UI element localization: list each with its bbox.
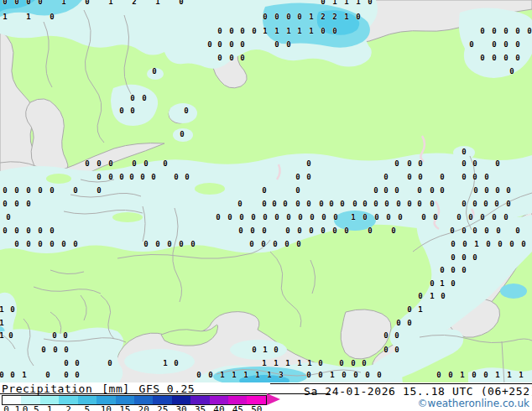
- precip-value-marker: 0: [238, 226, 243, 235]
- precip-value-marker: 0: [129, 173, 133, 181]
- precip-value-marker: 0: [274, 346, 278, 354]
- precip-value-marker: 0: [462, 200, 466, 208]
- precip-value-marker: 0: [441, 292, 445, 300]
- precip-value-marker: 0: [351, 359, 355, 367]
- precip-value-marker: 0: [480, 213, 484, 221]
- precip-value-marker: 0: [451, 253, 455, 262]
- precip-value-marker: 0: [486, 240, 490, 248]
- precip-value-marker: 0: [383, 346, 388, 354]
- legend-step-label: 0.5: [23, 404, 39, 411]
- precip-value-marker: 0: [503, 40, 508, 49]
- precip-value-marker: 0: [418, 173, 422, 181]
- precip-value-marker: 0: [26, 200, 30, 208]
- precip-value-marker: 0: [492, 213, 496, 221]
- precip-value-marker: 0: [492, 27, 496, 35]
- precipitation-map: 0000101210011101100000122100000111110000…: [0, 0, 532, 384]
- precip-value-marker: 0: [286, 40, 290, 49]
- precip-value-marker: 0: [373, 200, 378, 208]
- legend-step-label: 0.1: [3, 404, 20, 411]
- precip-value-marker: 0: [50, 186, 54, 195]
- precip-value-marker: 0: [509, 67, 514, 75]
- precip-value-marker: 0: [295, 173, 300, 181]
- precip-value-marker: 1: [297, 27, 301, 35]
- precip-value-marker: 0: [368, 226, 372, 235]
- precip-value-marker: 0: [190, 240, 195, 248]
- precip-value-marker: 0: [472, 173, 477, 181]
- precip-value-marker: 0: [179, 240, 183, 248]
- legend-color-step: [3, 396, 21, 404]
- legend-step-label: 30: [175, 404, 186, 411]
- legend-step-label: 20: [138, 404, 149, 411]
- precip-value-marker: 0: [296, 240, 300, 248]
- precip-value-marker: 0: [119, 107, 123, 115]
- precip-value-marker: 1: [285, 359, 289, 367]
- precip-value-marker: 0: [515, 226, 519, 235]
- legend-color-step: [59, 396, 77, 404]
- precip-value-marker: 1: [309, 27, 313, 35]
- precip-value-marker: 0: [396, 319, 400, 327]
- precip-value-marker: 0: [274, 213, 279, 221]
- precip-value-marker: 0: [362, 359, 366, 367]
- precip-value-marker: 0: [430, 200, 434, 208]
- precip-value-marker: 0: [297, 13, 301, 21]
- precip-value-marker: 0: [386, 213, 390, 221]
- precip-value-marker: 1: [263, 346, 267, 354]
- precip-value-marker: 0: [310, 213, 314, 221]
- precip-value-marker: 0: [155, 240, 159, 248]
- precip-value-marker: 0: [515, 54, 519, 62]
- precip-value-marker: 0: [440, 186, 444, 195]
- precip-value-marker: 0: [373, 186, 378, 195]
- precip-value-marker: 3: [279, 371, 283, 379]
- precip-value-marker: 0: [239, 213, 243, 221]
- legend-step-label: 45: [232, 404, 243, 411]
- precip-value-marker: 0: [480, 54, 484, 62]
- precip-value-marker: 0: [384, 200, 389, 208]
- precip-value-marker: 0: [483, 371, 488, 379]
- precip-value-marker: 1: [262, 359, 266, 367]
- precip-value-marker: 0: [451, 279, 455, 288]
- precip-value-marker: 0: [174, 359, 178, 367]
- precip-value-marker: 0: [339, 359, 343, 367]
- precip-value-marker: 0: [407, 305, 411, 314]
- precip-value-marker: 0: [430, 186, 434, 195]
- precip-value-marker: 0: [50, 226, 54, 235]
- precip-value-marker: 0: [53, 346, 57, 354]
- precip-value-marker: 0: [394, 346, 399, 354]
- precip-value-marker: 0: [436, 371, 441, 379]
- precip-value-marker: 0: [274, 13, 279, 21]
- precip-value-marker: 0: [309, 226, 313, 235]
- precip-value-marker: 0: [495, 159, 499, 168]
- precip-value-marker: 0: [342, 371, 346, 379]
- precip-value-marker: 0: [503, 54, 508, 62]
- legend-color-step: [96, 396, 115, 404]
- precip-value-marker: 0: [85, 159, 89, 168]
- precip-value-marker: 0: [261, 240, 265, 248]
- precip-value-marker: 0: [284, 240, 289, 248]
- precip-value-marker: 0: [38, 240, 42, 248]
- precip-value-marker: 0: [462, 226, 466, 235]
- precip-value-marker: 0: [396, 200, 400, 208]
- precip-value-marker: 1: [108, 0, 112, 6]
- precip-value-marker: 0: [368, 0, 372, 6]
- precip-value-marker: 0: [142, 94, 146, 102]
- precip-value-marker: 1: [255, 371, 259, 379]
- precip-value-marker: 0: [45, 371, 50, 379]
- precip-value-marker: 0: [394, 331, 399, 340]
- precip-value-marker: 1: [344, 13, 348, 21]
- precip-value-marker: 0: [143, 240, 148, 248]
- legend-color-step: [210, 396, 228, 404]
- legend-color-step: [228, 396, 247, 404]
- precip-value-marker: 0: [462, 240, 467, 248]
- precip-value-marker: 0: [73, 240, 77, 248]
- precip-value-marker: 0: [383, 331, 388, 340]
- legend-step-label: 2: [65, 404, 71, 411]
- precip-value-marker: 0: [286, 213, 290, 221]
- precip-value-marker: 0: [506, 200, 510, 208]
- precip-value-marker: 0: [151, 173, 155, 181]
- precip-value-marker: 1: [332, 0, 336, 6]
- legend-step-label: 5: [85, 404, 91, 411]
- legend-color-step: [78, 396, 96, 404]
- precip-value-marker: 1: [155, 0, 159, 6]
- precip-value-marker: 0: [26, 226, 30, 235]
- precip-value-marker: 0: [227, 213, 232, 221]
